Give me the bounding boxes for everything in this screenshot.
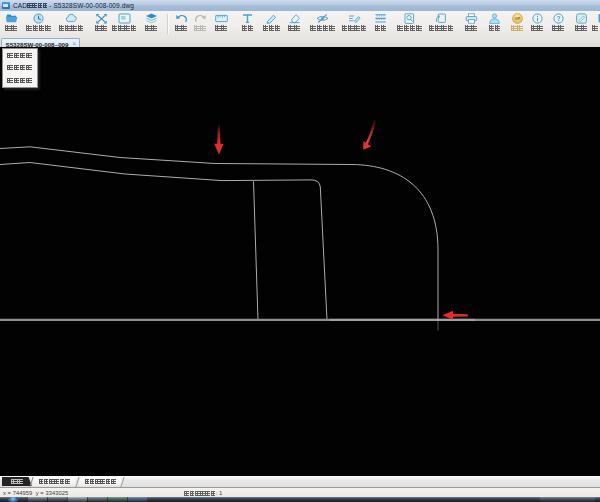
svg-text:?: ? [556,15,560,22]
